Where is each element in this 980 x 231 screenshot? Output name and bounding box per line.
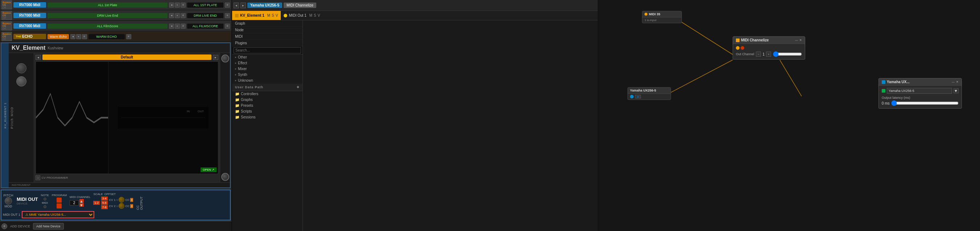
midi-device-selector[interactable]: ⚠ MME Yamaha UX256-5... [22,211,94,218]
menu-item-plugins[interactable]: Plugins [232,40,302,47]
tab-kv-element[interactable]: KV_Element 1 M S V [232,11,281,20]
nav-next-btn[interactable]: ▸ [240,3,246,8]
yamaha-panel-minimize[interactable]: — [952,80,955,83]
track-ctrl-btn-4a[interactable]: ◂ [70,34,75,39]
add-new-device-btn[interactable]: Add New Device [33,223,64,229]
svg-text:OUT: OUT [198,110,204,113]
nav-prev-btn[interactable]: ◂ [234,3,239,8]
tab-V[interactable]: V [276,13,278,18]
middle-content: Graph Node MIDI Plugins ▸ Other ▸ [232,20,598,231]
track-menu-3[interactable]: ≡ [225,24,230,29]
cv-programmer-toggle[interactable]: □ [35,175,40,180]
cc1-btn[interactable]: 0 [130,198,133,202]
add-circle-btn[interactable]: + [2,223,7,229]
preset-next-btn[interactable]: ▸ [213,55,218,60]
yamaha-node-M[interactable]: M [635,95,641,98]
user-item-graphs[interactable]: 📁 Graphs [232,97,302,103]
channelize-indicator-1[interactable] [736,46,740,50]
tab-midi-S[interactable]: S [314,13,316,18]
menu-item-midi[interactable]: MIDI [232,34,302,40]
tab-M[interactable]: M [267,13,270,18]
right-knob-top[interactable] [221,55,229,63]
pitch-knob[interactable] [16,63,27,73]
range1-btn[interactable]: 3-4 [101,196,108,201]
midi-channelize-minimize[interactable]: — [795,38,798,42]
track-menu-2[interactable]: ≡ [225,13,230,18]
tab-midi-V[interactable]: V [318,13,320,18]
tab-midi-out[interactable]: MIDI Out 1 M S V [281,11,323,20]
right-controls [220,53,230,182]
sessions-label: Sessions [241,115,256,119]
user-item-sessions[interactable]: 📁 Sessions [232,114,302,120]
track-ctrl-btn-3c[interactable]: ≡ [181,24,186,29]
out-channel-label: Out Channel [736,52,754,56]
out-channel-slider[interactable] [773,51,802,57]
cat-unknown[interactable]: ▸ Unknown [232,78,302,83]
menu-item-node[interactable]: Node [232,27,302,34]
midi-35-node: MIDI 35 1 io-input [642,11,682,23]
tab-midi-M[interactable]: M [309,13,312,18]
track-display-2: DRM LIVE END [187,13,223,18]
user-item-controllers[interactable]: 📁 Controllers [232,91,302,97]
channel-up-btn[interactable]: ▲ [80,199,84,203]
midi-device-row: MIDI OUT 1 ⚠ MME Yamaha UX256-5... [3,211,229,218]
track-ctrl-btn-2a[interactable]: ◂ [169,13,174,18]
kv-element-vertical-label: KV_ELEMENT 1 [2,43,9,188]
out-channel-value: 1 [762,52,765,56]
cat-synth-label: Synth [238,73,247,77]
channelize-indicator-2[interactable] [741,46,744,50]
mod-knob[interactable] [16,76,27,87]
yamaha-device-expand[interactable]: ▼ [953,88,959,93]
user-item-presets[interactable]: 📁 Presets [232,103,302,109]
cat-effect[interactable]: ▸ Effect [232,60,302,66]
bypass-button-4[interactable]: BypassOnOff [2,32,12,41]
track-controls-4: ◂ ▪ ≡ [70,34,87,39]
program-btn-up[interactable] [57,197,62,203]
range3-btn[interactable]: 7-8 [101,205,108,209]
yamaha-panel-close[interactable]: ✕ [956,80,959,83]
out-channel-dec[interactable]: − [756,51,761,57]
yamaha-node-title: Yamaha UX256-5 [630,88,656,92]
kv-element-header: KV_Element Kushview [9,43,230,53]
scripts-icon: 📁 [235,109,239,113]
bypass-button-2[interactable]: BypassOnOff [2,11,12,20]
range-main-btn[interactable]: 1-2 [93,201,100,205]
preset-prev-btn[interactable]: ◂ [35,55,41,60]
cv1-knob[interactable] [119,197,124,203]
user-data-add-btn[interactable]: + [297,85,299,90]
track-ctrl-btn-2b[interactable]: ▪ [175,13,180,18]
waveform-display [36,62,108,173]
cv2-knob[interactable] [119,203,124,209]
cat-mixer[interactable]: ▸ Mixer [232,66,302,72]
channel-down-btn[interactable]: ▼ [80,203,84,207]
track-ctrl-btn-3b[interactable]: ▪ [175,24,180,29]
track-menu-1[interactable]: ≡ [225,3,230,8]
open-btn[interactable]: OPEN ↗ [200,167,216,172]
cat-other[interactable]: ▸ Other [232,55,302,60]
right-knob-bottom[interactable] [221,173,229,181]
program-btn-down[interactable] [57,204,62,209]
track-ctrl-btn-4b[interactable]: ▪ [76,34,81,39]
out-channel-inc[interactable]: + [766,51,771,57]
track-ctrl-btn-1b[interactable]: ▪ [175,3,180,8]
bypass-button-1[interactable]: BypassOnOff [2,0,12,10]
add-device-section: + ADD DEVICE Add New Device [0,221,231,231]
search-input[interactable] [234,47,301,53]
track-ctrl-btn-2c[interactable]: ≡ [181,13,186,18]
cat-synth[interactable]: ▸ Synth [232,72,302,78]
range2-btn[interactable]: 5-6 [101,201,108,205]
output-latency-slider[interactable] [891,100,959,106]
cat-other-label: Other [238,55,247,59]
midi-channelize-close[interactable]: ✕ [799,38,802,42]
tab-S[interactable]: S [272,13,274,18]
track-ctrl-btn-4c[interactable]: ≡ [82,34,87,39]
track-ctrl-btn-1a[interactable]: ◂ [169,3,174,8]
menu-item-graph[interactable]: Graph [232,20,302,27]
track-ctrl-btn-3a[interactable]: ◂ [169,24,174,29]
user-item-scripts[interactable]: 📁 Scripts [232,109,302,114]
cc2-btn[interactable]: 0 [130,204,133,208]
track-ctrl-btn-1c[interactable]: ≡ [181,3,186,8]
track-menu-4[interactable]: ≡ [126,34,131,39]
midi-pitch-knob[interactable] [5,197,12,204]
bypass-button-3[interactable]: BypassOnOff [2,21,12,30]
